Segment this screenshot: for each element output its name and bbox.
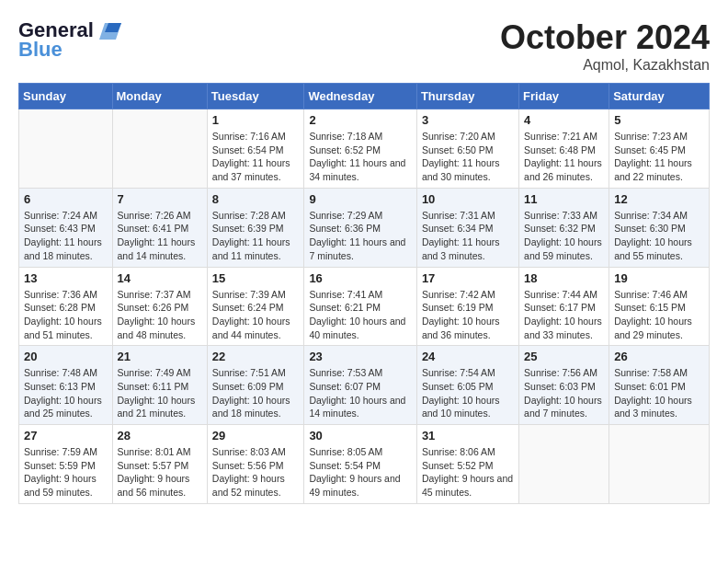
calendar-cell: 25Sunrise: 7:56 AM Sunset: 6:03 PM Dayli… [519,346,609,425]
cell-content: Sunrise: 7:58 AM Sunset: 6:01 PM Dayligh… [614,366,704,420]
cell-content: Sunrise: 7:42 AM Sunset: 6:19 PM Dayligh… [422,288,514,342]
day-number: 24 [422,350,514,363]
cell-content: Sunrise: 7:24 AM Sunset: 6:43 PM Dayligh… [24,209,108,263]
cell-content: Sunrise: 7:21 AM Sunset: 6:48 PM Dayligh… [524,130,604,184]
day-number: 18 [524,271,604,285]
weekday-header-sunday: Sunday [19,84,113,109]
weekday-header-friday: Friday [519,84,609,109]
calendar-cell: 15Sunrise: 7:39 AM Sunset: 6:24 PM Dayli… [207,267,304,346]
day-number: 6 [24,192,108,206]
calendar-cell: 29Sunrise: 8:03 AM Sunset: 5:56 PM Dayli… [207,425,304,504]
calendar-cell: 31Sunrise: 8:06 AM Sunset: 5:52 PM Dayli… [416,425,518,504]
calendar-cell: 7Sunrise: 7:26 AM Sunset: 6:41 PM Daylig… [112,188,207,267]
day-number: 11 [524,192,604,206]
cell-content: Sunrise: 7:39 AM Sunset: 6:24 PM Dayligh… [212,288,300,342]
day-number: 19 [614,271,704,285]
day-number: 1 [212,113,300,127]
calendar-table: SundayMondayTuesdayWednesdayThursdayFrid… [18,83,710,504]
cell-content: Sunrise: 7:59 AM Sunset: 5:59 PM Dayligh… [24,445,108,500]
week-row-2: 6Sunrise: 7:24 AM Sunset: 6:43 PM Daylig… [19,188,710,267]
weekday-header-tuesday: Tuesday [207,84,304,109]
cell-content: Sunrise: 7:36 AM Sunset: 6:28 PM Dayligh… [24,288,108,342]
calendar-cell: 19Sunrise: 7:46 AM Sunset: 6:15 PM Dayli… [609,267,710,346]
cell-content: Sunrise: 7:53 AM Sunset: 6:07 PM Dayligh… [309,366,412,420]
day-number: 17 [422,271,514,285]
cell-content: Sunrise: 7:20 AM Sunset: 6:50 PM Dayligh… [422,130,514,184]
day-number: 26 [614,350,704,363]
day-number: 8 [212,192,300,206]
calendar-cell: 30Sunrise: 8:05 AM Sunset: 5:54 PM Dayli… [304,425,417,504]
cell-content: Sunrise: 7:28 AM Sunset: 6:39 PM Dayligh… [212,209,300,263]
calendar-cell: 1Sunrise: 7:16 AM Sunset: 6:54 PM Daylig… [207,109,304,189]
cell-content: Sunrise: 7:56 AM Sunset: 6:03 PM Dayligh… [524,366,604,420]
calendar-cell: 22Sunrise: 7:51 AM Sunset: 6:09 PM Dayli… [207,346,304,425]
cell-content: Sunrise: 7:48 AM Sunset: 6:13 PM Dayligh… [24,366,108,420]
page-header: General Blue October 2024 Aqmol, Kazakhs… [18,18,710,74]
cell-content: Sunrise: 8:06 AM Sunset: 5:52 PM Dayligh… [422,445,514,500]
calendar-cell: 26Sunrise: 7:58 AM Sunset: 6:01 PM Dayli… [609,346,710,425]
calendar-cell: 14Sunrise: 7:37 AM Sunset: 6:26 PM Dayli… [112,267,207,346]
weekday-header-wednesday: Wednesday [304,84,417,109]
cell-content: Sunrise: 7:16 AM Sunset: 6:54 PM Dayligh… [212,130,300,184]
calendar-cell [519,425,609,504]
calendar-cell: 2Sunrise: 7:18 AM Sunset: 6:52 PM Daylig… [304,109,417,189]
cell-content: Sunrise: 7:54 AM Sunset: 6:05 PM Dayligh… [422,366,514,420]
day-number: 15 [212,271,300,285]
day-number: 7 [118,192,202,206]
cell-content: Sunrise: 7:18 AM Sunset: 6:52 PM Dayligh… [309,130,412,184]
cell-content: Sunrise: 7:33 AM Sunset: 6:32 PM Dayligh… [524,209,604,263]
week-row-3: 13Sunrise: 7:36 AM Sunset: 6:28 PM Dayli… [19,267,710,346]
day-number: 16 [309,271,412,285]
cell-content: Sunrise: 8:05 AM Sunset: 5:54 PM Dayligh… [309,445,412,500]
day-number: 28 [118,429,202,442]
calendar-cell: 21Sunrise: 7:49 AM Sunset: 6:11 PM Dayli… [112,346,207,425]
calendar-cell: 10Sunrise: 7:31 AM Sunset: 6:34 PM Dayli… [416,188,518,267]
weekday-header-row: SundayMondayTuesdayWednesdayThursdayFrid… [19,84,710,109]
logo: General Blue [18,18,125,62]
calendar-cell: 23Sunrise: 7:53 AM Sunset: 6:07 PM Dayli… [304,346,417,425]
calendar-cell: 6Sunrise: 7:24 AM Sunset: 6:43 PM Daylig… [19,188,113,267]
calendar-cell [112,109,207,189]
day-number: 29 [212,429,300,442]
day-number: 22 [212,350,300,363]
day-number: 5 [614,113,704,127]
day-number: 14 [118,271,202,285]
cell-content: Sunrise: 7:26 AM Sunset: 6:41 PM Dayligh… [118,209,202,263]
day-number: 2 [309,113,412,127]
week-row-5: 27Sunrise: 7:59 AM Sunset: 5:59 PM Dayli… [19,425,710,504]
calendar-cell: 4Sunrise: 7:21 AM Sunset: 6:48 PM Daylig… [519,109,609,189]
day-number: 3 [422,113,514,127]
title-block: October 2024 Aqmol, Kazakhstan [500,18,710,74]
day-number: 20 [24,350,108,363]
day-number: 25 [524,350,604,363]
day-number: 23 [309,350,412,363]
cell-content: Sunrise: 7:51 AM Sunset: 6:09 PM Dayligh… [212,366,300,420]
cell-content: Sunrise: 7:37 AM Sunset: 6:26 PM Dayligh… [118,288,202,342]
cell-content: Sunrise: 7:31 AM Sunset: 6:34 PM Dayligh… [422,209,514,263]
calendar-cell: 11Sunrise: 7:33 AM Sunset: 6:32 PM Dayli… [519,188,609,267]
calendar-cell: 18Sunrise: 7:44 AM Sunset: 6:17 PM Dayli… [519,267,609,346]
weekday-header-thursday: Thursday [416,84,518,109]
calendar-cell: 27Sunrise: 7:59 AM Sunset: 5:59 PM Dayli… [19,425,113,504]
cell-content: Sunrise: 8:01 AM Sunset: 5:57 PM Dayligh… [118,445,202,500]
logo-icon [96,21,123,41]
calendar-cell: 12Sunrise: 7:34 AM Sunset: 6:30 PM Dayli… [609,188,710,267]
calendar-cell: 9Sunrise: 7:29 AM Sunset: 6:36 PM Daylig… [304,188,417,267]
calendar-cell: 28Sunrise: 8:01 AM Sunset: 5:57 PM Dayli… [112,425,207,504]
calendar-cell: 24Sunrise: 7:54 AM Sunset: 6:05 PM Dayli… [416,346,518,425]
cell-content: Sunrise: 7:44 AM Sunset: 6:17 PM Dayligh… [524,288,604,342]
cell-content: Sunrise: 7:29 AM Sunset: 6:36 PM Dayligh… [309,209,412,263]
calendar-cell [19,109,113,189]
cell-content: Sunrise: 7:23 AM Sunset: 6:45 PM Dayligh… [614,130,704,184]
day-number: 13 [24,271,108,285]
day-number: 9 [309,192,412,206]
cell-content: Sunrise: 7:34 AM Sunset: 6:30 PM Dayligh… [614,209,704,263]
calendar-cell: 5Sunrise: 7:23 AM Sunset: 6:45 PM Daylig… [609,109,710,189]
day-number: 30 [309,429,412,442]
location: Aqmol, Kazakhstan [500,57,710,74]
week-row-1: 1Sunrise: 7:16 AM Sunset: 6:54 PM Daylig… [19,109,710,189]
calendar-cell: 20Sunrise: 7:48 AM Sunset: 6:13 PM Dayli… [19,346,113,425]
day-number: 21 [118,350,202,363]
calendar-cell: 13Sunrise: 7:36 AM Sunset: 6:28 PM Dayli… [19,267,113,346]
day-number: 31 [422,429,514,442]
